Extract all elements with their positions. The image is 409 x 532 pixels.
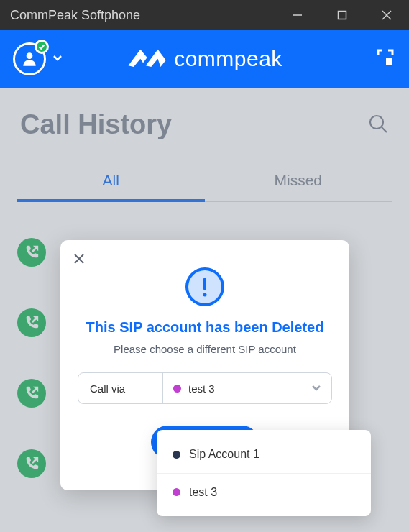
svg-rect-1 bbox=[339, 12, 346, 19]
brand-text: commpeak bbox=[174, 47, 282, 71]
window-controls bbox=[275, 0, 409, 30]
account-dot-icon bbox=[173, 451, 180, 459]
fullscreen-button[interactable] bbox=[376, 48, 395, 70]
maximize-button[interactable] bbox=[320, 0, 364, 30]
account-dot-icon bbox=[173, 385, 181, 393]
alert-icon bbox=[185, 267, 224, 306]
close-modal-button[interactable] bbox=[73, 253, 85, 267]
chevron-down-icon bbox=[52, 52, 63, 66]
dropdown-option[interactable]: test 3 bbox=[157, 473, 371, 510]
modal-subtitle: Please choose a different SIP account bbox=[78, 343, 332, 355]
modal-title: This SIP account has been Deleted bbox=[78, 319, 332, 336]
sip-account-dropdown: Sip Account 1 test 3 bbox=[157, 430, 371, 516]
account-dot-icon bbox=[173, 488, 180, 496]
sip-account-select[interactable]: Call via test 3 bbox=[78, 372, 332, 404]
status-online-icon bbox=[35, 40, 49, 54]
option-label: test 3 bbox=[189, 486, 217, 499]
dropdown-option[interactable]: Sip Account 1 bbox=[157, 436, 371, 473]
brand-logo-icon bbox=[127, 43, 167, 75]
close-window-button[interactable] bbox=[364, 0, 409, 30]
minimize-button[interactable] bbox=[275, 0, 320, 30]
top-nav: commpeak bbox=[0, 30, 409, 88]
svg-rect-10 bbox=[203, 278, 206, 290]
brand: commpeak bbox=[127, 43, 282, 75]
select-label: Call via bbox=[78, 373, 163, 403]
svg-rect-5 bbox=[386, 58, 392, 65]
window-title: CommPeak Softphone bbox=[10, 8, 140, 23]
svg-point-4 bbox=[27, 52, 33, 59]
account-menu[interactable] bbox=[13, 42, 63, 75]
selected-account: test 3 bbox=[188, 382, 215, 395]
select-value: test 3 bbox=[163, 373, 331, 403]
window-titlebar: CommPeak Softphone bbox=[0, 0, 409, 30]
svg-point-11 bbox=[203, 293, 207, 297]
chevron-down-icon bbox=[310, 381, 323, 396]
option-label: Sip Account 1 bbox=[189, 448, 259, 461]
